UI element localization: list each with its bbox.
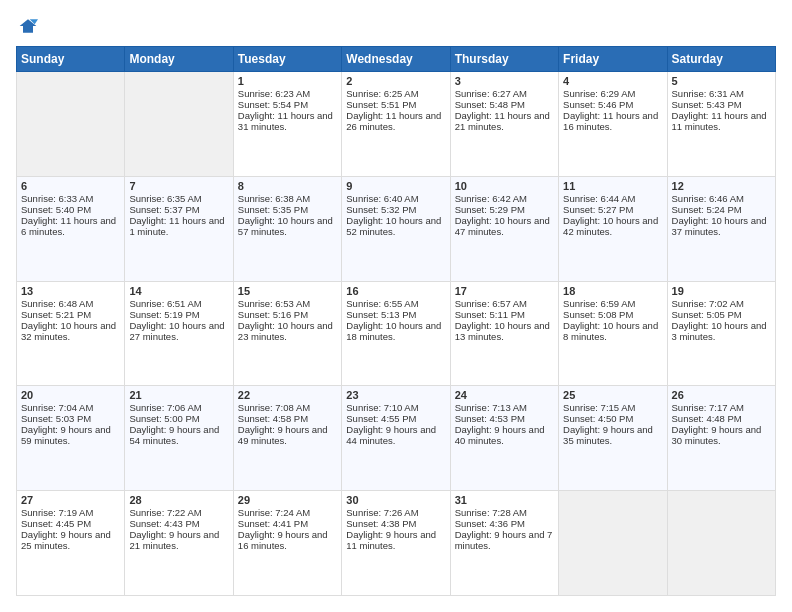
daylight-hours-text: Daylight: 10 hours and 23 minutes. [238, 320, 337, 342]
day-number: 10 [455, 180, 554, 192]
sunset-text: Sunset: 5:43 PM [672, 99, 771, 110]
sunset-text: Sunset: 5:46 PM [563, 99, 662, 110]
sunset-text: Sunset: 4:50 PM [563, 413, 662, 424]
col-header-sunday: Sunday [17, 47, 125, 72]
calendar-cell: 18Sunrise: 6:59 AMSunset: 5:08 PMDayligh… [559, 281, 667, 386]
calendar-cell: 12Sunrise: 6:46 AMSunset: 5:24 PMDayligh… [667, 176, 775, 281]
daylight-hours-text: Daylight: 9 hours and 30 minutes. [672, 424, 771, 446]
day-number: 22 [238, 389, 337, 401]
sunset-text: Sunset: 5:54 PM [238, 99, 337, 110]
calendar-cell: 21Sunrise: 7:06 AMSunset: 5:00 PMDayligh… [125, 386, 233, 491]
calendar-cell: 9Sunrise: 6:40 AMSunset: 5:32 PMDaylight… [342, 176, 450, 281]
day-number: 18 [563, 285, 662, 297]
sunset-text: Sunset: 4:53 PM [455, 413, 554, 424]
sunrise-text: Sunrise: 6:51 AM [129, 298, 228, 309]
daylight-hours-text: Daylight: 11 hours and 26 minutes. [346, 110, 445, 132]
daylight-hours-text: Daylight: 11 hours and 6 minutes. [21, 215, 120, 237]
day-number: 28 [129, 494, 228, 506]
sunrise-text: Sunrise: 6:40 AM [346, 193, 445, 204]
day-number: 15 [238, 285, 337, 297]
calendar-cell: 16Sunrise: 6:55 AMSunset: 5:13 PMDayligh… [342, 281, 450, 386]
daylight-hours-text: Daylight: 10 hours and 3 minutes. [672, 320, 771, 342]
sunset-text: Sunset: 5:05 PM [672, 309, 771, 320]
sunset-text: Sunset: 5:48 PM [455, 99, 554, 110]
day-number: 5 [672, 75, 771, 87]
calendar-row: 27Sunrise: 7:19 AMSunset: 4:45 PMDayligh… [17, 491, 776, 596]
day-number: 12 [672, 180, 771, 192]
day-number: 3 [455, 75, 554, 87]
calendar-cell: 2Sunrise: 6:25 AMSunset: 5:51 PMDaylight… [342, 72, 450, 177]
calendar-row: 6Sunrise: 6:33 AMSunset: 5:40 PMDaylight… [17, 176, 776, 281]
calendar-cell [559, 491, 667, 596]
col-header-saturday: Saturday [667, 47, 775, 72]
col-header-thursday: Thursday [450, 47, 558, 72]
calendar-cell: 26Sunrise: 7:17 AMSunset: 4:48 PMDayligh… [667, 386, 775, 491]
day-number: 11 [563, 180, 662, 192]
daylight-hours-text: Daylight: 10 hours and 13 minutes. [455, 320, 554, 342]
sunset-text: Sunset: 5:40 PM [21, 204, 120, 215]
logo [16, 16, 38, 36]
daylight-hours-text: Daylight: 9 hours and 25 minutes. [21, 529, 120, 551]
sunrise-text: Sunrise: 7:06 AM [129, 402, 228, 413]
calendar-cell: 11Sunrise: 6:44 AMSunset: 5:27 PMDayligh… [559, 176, 667, 281]
sunrise-text: Sunrise: 6:31 AM [672, 88, 771, 99]
day-number: 31 [455, 494, 554, 506]
sunset-text: Sunset: 5:03 PM [21, 413, 120, 424]
day-number: 25 [563, 389, 662, 401]
daylight-hours-text: Daylight: 9 hours and 21 minutes. [129, 529, 228, 551]
sunset-text: Sunset: 5:11 PM [455, 309, 554, 320]
calendar-cell: 15Sunrise: 6:53 AMSunset: 5:16 PMDayligh… [233, 281, 341, 386]
sunset-text: Sunset: 5:19 PM [129, 309, 228, 320]
sunset-text: Sunset: 5:27 PM [563, 204, 662, 215]
daylight-hours-text: Daylight: 11 hours and 31 minutes. [238, 110, 337, 132]
sunrise-text: Sunrise: 7:02 AM [672, 298, 771, 309]
calendar-table: SundayMondayTuesdayWednesdayThursdayFrid… [16, 46, 776, 596]
calendar-cell: 8Sunrise: 6:38 AMSunset: 5:35 PMDaylight… [233, 176, 341, 281]
day-number: 1 [238, 75, 337, 87]
daylight-hours-text: Daylight: 9 hours and 11 minutes. [346, 529, 445, 551]
calendar-row: 13Sunrise: 6:48 AMSunset: 5:21 PMDayligh… [17, 281, 776, 386]
col-header-wednesday: Wednesday [342, 47, 450, 72]
calendar-cell: 27Sunrise: 7:19 AMSunset: 4:45 PMDayligh… [17, 491, 125, 596]
calendar-cell: 25Sunrise: 7:15 AMSunset: 4:50 PMDayligh… [559, 386, 667, 491]
page: SundayMondayTuesdayWednesdayThursdayFrid… [0, 0, 792, 612]
day-number: 6 [21, 180, 120, 192]
calendar-cell: 20Sunrise: 7:04 AMSunset: 5:03 PMDayligh… [17, 386, 125, 491]
sunrise-text: Sunrise: 7:08 AM [238, 402, 337, 413]
daylight-hours-text: Daylight: 9 hours and 44 minutes. [346, 424, 445, 446]
day-number: 27 [21, 494, 120, 506]
sunset-text: Sunset: 4:43 PM [129, 518, 228, 529]
sunrise-text: Sunrise: 7:17 AM [672, 402, 771, 413]
sunrise-text: Sunrise: 7:13 AM [455, 402, 554, 413]
calendar-row: 20Sunrise: 7:04 AMSunset: 5:03 PMDayligh… [17, 386, 776, 491]
daylight-hours-text: Daylight: 10 hours and 8 minutes. [563, 320, 662, 342]
sunset-text: Sunset: 5:13 PM [346, 309, 445, 320]
sunrise-text: Sunrise: 7:15 AM [563, 402, 662, 413]
sunset-text: Sunset: 4:41 PM [238, 518, 337, 529]
sunrise-text: Sunrise: 6:57 AM [455, 298, 554, 309]
calendar-cell: 24Sunrise: 7:13 AMSunset: 4:53 PMDayligh… [450, 386, 558, 491]
sunset-text: Sunset: 5:24 PM [672, 204, 771, 215]
day-number: 13 [21, 285, 120, 297]
sunset-text: Sunset: 4:58 PM [238, 413, 337, 424]
sunrise-text: Sunrise: 6:48 AM [21, 298, 120, 309]
sunset-text: Sunset: 5:08 PM [563, 309, 662, 320]
calendar-cell: 3Sunrise: 6:27 AMSunset: 5:48 PMDaylight… [450, 72, 558, 177]
sunrise-text: Sunrise: 7:22 AM [129, 507, 228, 518]
day-number: 23 [346, 389, 445, 401]
sunset-text: Sunset: 5:32 PM [346, 204, 445, 215]
day-number: 26 [672, 389, 771, 401]
sunset-text: Sunset: 5:51 PM [346, 99, 445, 110]
sunset-text: Sunset: 4:48 PM [672, 413, 771, 424]
day-number: 7 [129, 180, 228, 192]
sunset-text: Sunset: 5:16 PM [238, 309, 337, 320]
daylight-hours-text: Daylight: 9 hours and 59 minutes. [21, 424, 120, 446]
sunset-text: Sunset: 4:45 PM [21, 518, 120, 529]
calendar-cell: 28Sunrise: 7:22 AMSunset: 4:43 PMDayligh… [125, 491, 233, 596]
daylight-hours-text: Daylight: 10 hours and 32 minutes. [21, 320, 120, 342]
daylight-hours-text: Daylight: 9 hours and 49 minutes. [238, 424, 337, 446]
sunrise-text: Sunrise: 7:10 AM [346, 402, 445, 413]
logo-icon [18, 16, 38, 36]
sunset-text: Sunset: 5:35 PM [238, 204, 337, 215]
sunset-text: Sunset: 5:21 PM [21, 309, 120, 320]
